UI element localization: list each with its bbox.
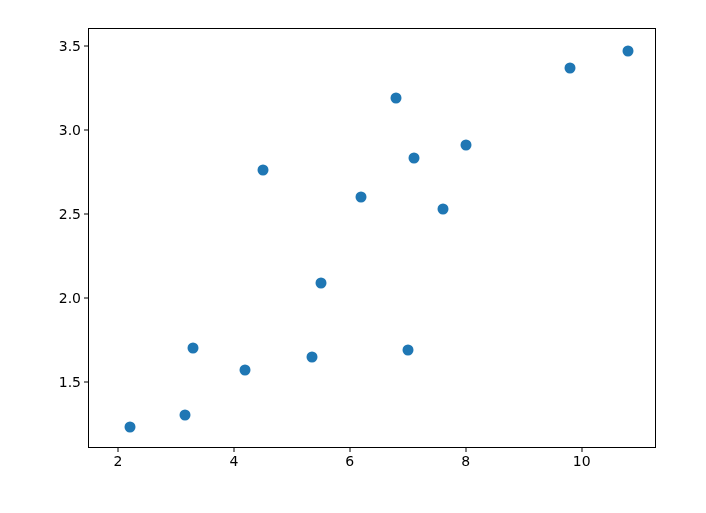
x-tick-label: 6 bbox=[345, 453, 354, 469]
x-tick-mark bbox=[465, 447, 466, 452]
y-tick-label: 2.5 bbox=[59, 206, 81, 222]
scatter-point bbox=[124, 422, 135, 433]
scatter-point bbox=[240, 365, 251, 376]
figure: 246810 1.52.02.53.03.5 bbox=[0, 0, 706, 513]
y-tick-mark bbox=[84, 129, 89, 130]
x-tick-mark bbox=[117, 447, 118, 452]
scatter-point bbox=[402, 344, 413, 355]
scatter-point bbox=[565, 62, 576, 73]
scatter-point bbox=[408, 153, 419, 164]
x-axis-ticks: 246810 bbox=[89, 447, 655, 477]
y-tick-label: 3.0 bbox=[59, 122, 81, 138]
scatter-point bbox=[460, 139, 471, 150]
scatter-point bbox=[623, 45, 634, 56]
scatter-point bbox=[257, 165, 268, 176]
y-tick-mark bbox=[84, 381, 89, 382]
y-tick-mark bbox=[84, 45, 89, 46]
x-tick-mark bbox=[349, 447, 350, 452]
scatter-point bbox=[315, 277, 326, 288]
y-tick-label: 2.0 bbox=[59, 290, 81, 306]
scatter-point bbox=[188, 343, 199, 354]
x-tick-label: 2 bbox=[114, 453, 123, 469]
y-tick-mark bbox=[84, 297, 89, 298]
y-axis-ticks: 1.52.02.53.03.5 bbox=[39, 29, 89, 447]
y-tick-mark bbox=[84, 213, 89, 214]
scatter-point bbox=[437, 203, 448, 214]
x-tick-label: 8 bbox=[461, 453, 470, 469]
x-tick-label: 4 bbox=[229, 453, 238, 469]
scatter-point bbox=[391, 92, 402, 103]
scatter-point bbox=[179, 410, 190, 421]
plot-axes: 246810 1.52.02.53.03.5 bbox=[88, 28, 656, 448]
y-tick-label: 1.5 bbox=[59, 374, 81, 390]
y-tick-label: 3.5 bbox=[59, 38, 81, 54]
x-tick-mark bbox=[233, 447, 234, 452]
scatter-point bbox=[356, 192, 367, 203]
x-tick-mark bbox=[581, 447, 582, 452]
x-tick-label: 10 bbox=[573, 453, 591, 469]
scatter-point bbox=[307, 351, 318, 362]
